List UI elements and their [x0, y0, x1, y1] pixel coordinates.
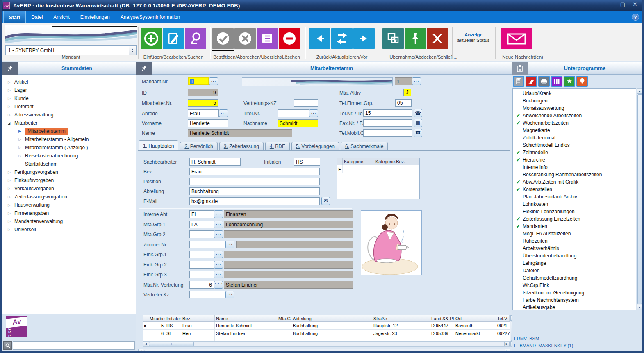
tree-arrow-icon[interactable]	[8, 178, 14, 182]
kategorie-col1-header[interactable]: Kategorie.	[343, 158, 374, 165]
subprogram-item[interactable]: Schichtmodell Endlos	[513, 141, 636, 149]
mta-grp1-lookup-button[interactable]: ···	[214, 221, 223, 228]
zimmer-nr-lookup-button[interactable]: ···	[225, 241, 234, 248]
tree-arrow-icon[interactable]	[18, 137, 25, 141]
sachbearbeiter-field[interactable]: H. Schmidt	[189, 158, 241, 166]
confirm-button[interactable]	[212, 28, 234, 49]
tree-item[interactable]: Mitarbeiterstamm	[2, 127, 136, 135]
subprogram-item[interactable]: Zutritt-Terminal	[513, 134, 636, 141]
eink-grp1-lookup-button[interactable]: ···	[214, 251, 223, 258]
tree-arrow-icon[interactable]	[8, 211, 14, 215]
form-tab[interactable]: 2. Persönlich	[180, 142, 217, 150]
vertreter-kz-lookup-button[interactable]: ···	[225, 291, 234, 298]
star-icon[interactable]: ★	[564, 76, 575, 87]
tree-item[interactable]: Mitarbeiterstamm ( Anzeige )	[2, 143, 136, 152]
tree-item[interactable]: Lager	[2, 86, 136, 94]
form-tab[interactable]: 6. Sachmerkmale	[341, 142, 388, 150]
pin-dock-button[interactable]	[405, 28, 426, 49]
tel-mobil-field[interactable]	[363, 129, 412, 137]
tree-arrow-icon[interactable]	[8, 170, 14, 174]
tree-arrow-icon[interactable]	[8, 88, 14, 92]
eink-grp2-lookup-button[interactable]: ···	[214, 261, 223, 269]
tree-item[interactable]: Firmenangaben	[2, 209, 136, 217]
subprogram-item[interactable]: Interne Info	[513, 164, 636, 171]
initialen-field[interactable]: HS	[294, 158, 320, 166]
vertreter-kz-field[interactable]	[189, 291, 225, 298]
tree-item[interactable]: Reisekostenabrechnung	[2, 152, 136, 160]
subprogram-item[interactable]: Überstundenbehandlung	[513, 252, 636, 260]
subprogram-item[interactable]: Ruhezeiten	[513, 237, 636, 245]
search-button[interactable]	[185, 28, 206, 49]
column-header[interactable]: Ort	[454, 315, 496, 321]
interne-abt-lookup-button[interactable]: ···	[214, 210, 223, 218]
titel-nr-field[interactable]	[278, 109, 309, 117]
takeover-button[interactable]	[382, 28, 404, 49]
column-header[interactable]: Abteilung	[291, 315, 372, 321]
eink-grp1-field[interactable]	[189, 251, 214, 258]
eink-grp3-field[interactable]	[189, 271, 214, 278]
lightbulb-icon[interactable]	[576, 76, 588, 87]
interne-abt-field[interactable]: FI	[189, 210, 214, 218]
eink-grp2-field[interactable]	[189, 261, 214, 269]
printer-icon[interactable]	[538, 76, 550, 87]
form-tab[interactable]: 5. Vorbelegungen	[291, 142, 339, 150]
subprogram-item[interactable]: Arbeitsverhältnis	[513, 245, 636, 252]
tree-item[interactable]: Adressverwaltung	[2, 111, 136, 119]
tree-item[interactable]: Verkaufsvorgaben	[2, 184, 136, 193]
subprogram-item[interactable]: Flexible Lohnzahlungen	[513, 208, 636, 215]
mandant-select-spinner[interactable]: ▲▼	[129, 46, 136, 55]
close-button[interactable]: ✕	[631, 1, 639, 7]
search-icon[interactable]	[3, 341, 12, 350]
maximize-button[interactable]: ▢	[619, 1, 627, 7]
tree-item[interactable]: Zeiterfassungsvorgaben	[2, 193, 136, 201]
table-row[interactable]: 5HSFrauHenriette Schmidt BuchhaltungHaup…	[143, 322, 510, 330]
subprogram-item[interactable]: Abweichende Arbeitszeiten	[513, 112, 636, 119]
vertretungs-kz-field[interactable]	[294, 99, 318, 107]
subprogram-item[interactable]: Magnetkarte	[513, 127, 636, 134]
menu-item[interactable]: Datei	[26, 11, 48, 23]
column-header[interactable]: Land && PL	[430, 315, 454, 321]
anrede-lookup-button[interactable]: ···	[219, 109, 228, 117]
column-header[interactable]: Straße	[372, 315, 430, 321]
titel-nr-lookup-button[interactable]: ···	[309, 109, 318, 117]
vorname-field[interactable]: Henriette	[188, 119, 228, 127]
tree-arrow-icon[interactable]	[8, 187, 14, 191]
close-form-button[interactable]	[427, 28, 448, 49]
pin-icon[interactable]	[2, 62, 18, 75]
delete-button[interactable]	[279, 28, 300, 49]
subprogram-item[interactable]: Dateien	[513, 267, 636, 274]
tree-item[interactable]: Kunde	[2, 94, 136, 102]
tree-arrow-icon[interactable]	[18, 154, 25, 158]
table-row[interactable]: 6SLHerrStefan Lindner BuchhaltungJägerst…	[143, 330, 510, 337]
minimize-button[interactable]: –	[606, 1, 614, 7]
kategorie-grid[interactable]: Kategorie. Kategorie.Bez. ▶	[337, 158, 420, 199]
mandant-select[interactable]: 1 - SYNERPY GmbH ▲▼	[5, 45, 137, 55]
tree-item[interactable]: Lieferant	[2, 102, 136, 111]
subprogram-item[interactable]: Wr.Grp.Eink	[513, 282, 636, 289]
subprogram-item[interactable]: Farbe Nachrichtensystem	[513, 296, 636, 304]
column-header[interactable]: Mta.Gr	[277, 315, 291, 321]
subprogram-item[interactable]: Buchungen	[513, 97, 636, 105]
bookmark-tag-icon[interactable]	[526, 76, 537, 87]
table-horizontal-scrollbar[interactable]: ◀‖▶	[143, 341, 510, 347]
tree-arrow-icon[interactable]	[18, 129, 25, 133]
forward-button[interactable]	[353, 28, 375, 49]
email-compose-icon[interactable]: ✉	[321, 197, 330, 205]
tree-item[interactable]: Mitarbeiter	[2, 119, 136, 127]
tree-item[interactable]: Mitarbeiterstamm - Allgemein	[2, 135, 136, 143]
phone-icon[interactable]: ☎	[414, 109, 422, 117]
mandant-nr-lookup-button[interactable]: ···	[209, 77, 218, 85]
quick-search-input[interactable]	[13, 341, 135, 350]
email-field[interactable]: hs@gmx.de	[189, 197, 320, 205]
subprogram-item[interactable]: Lohnkosten	[513, 200, 636, 208]
mta-grp2-lookup-button[interactable]: ···	[214, 230, 223, 238]
menu-item[interactable]: Start	[3, 11, 26, 23]
subprogram-item[interactable]: Beschränkung Rahmenarbeitszeiten	[513, 171, 636, 178]
help-icon[interactable]: ?	[632, 14, 639, 21]
subprogram-item[interactable]: Zeiterfassung Einzelzeiten	[513, 215, 636, 223]
menu-item[interactable]: Ansicht	[48, 11, 75, 23]
subprogram-item[interactable]: Wochenarbeitszeiten	[513, 119, 636, 127]
anrede-field[interactable]: Frau	[188, 109, 219, 117]
clipboard-list-icon[interactable]	[513, 76, 524, 87]
position-field[interactable]	[189, 178, 320, 185]
